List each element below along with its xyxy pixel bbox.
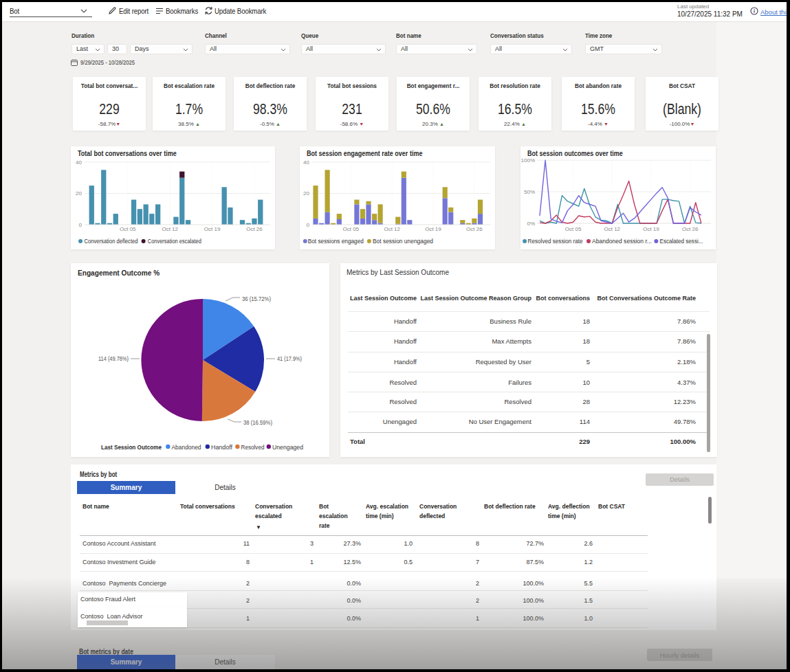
svg-text:0: 0 [307,222,310,228]
svg-text:Oct 19: Oct 19 [204,226,221,232]
svg-text:50%: 50% [524,189,535,195]
svg-text:Oct 05: Oct 05 [565,226,582,232]
svg-text:Abandoned session r...: Abandoned session r... [592,238,652,245]
svg-text:Abandoned: Abandoned [172,443,201,451]
svg-text:Oct 05: Oct 05 [343,226,360,232]
svg-text:Oct 12: Oct 12 [604,226,621,232]
svg-text:100%: 100% [521,157,535,164]
svg-text:Oct 05: Oct 05 [120,226,136,232]
svg-text:0%: 0% [527,221,535,227]
svg-text:Conversation escalated: Conversation escalated [148,238,201,245]
svg-text:40: 40 [303,159,309,166]
svg-text:Last Session Outcome: Last Session Outcome [101,443,162,451]
svg-text:Conversation deflected: Conversation deflected [85,238,138,245]
svg-text:40: 40 [76,159,82,166]
svg-text:Oct 26: Oct 26 [466,226,483,232]
svg-text:Resolved session rate: Resolved session rate [528,238,583,245]
svg-text:Handoff: Handoff [211,443,232,451]
svg-text:20: 20 [76,190,82,197]
svg-text:Resolved: Resolved [241,443,265,451]
svg-text:Oct 26: Oct 26 [682,226,699,232]
svg-text:Oct 26: Oct 26 [246,226,263,232]
svg-text:0: 0 [79,222,83,228]
svg-text:Unengaged: Unengaged [272,443,303,451]
svg-text:114 (49.78%): 114 (49.78%) [98,355,129,362]
svg-text:Oct 19: Oct 19 [643,226,659,232]
svg-text:Bot session unengaged: Bot session unengaged [373,238,433,245]
svg-text:20: 20 [303,190,309,197]
svg-text:Escalated sessi...: Escalated sessi... [660,238,703,245]
svg-text:Bot sessions engaged: Bot sessions engaged [308,238,364,245]
svg-text:Oct 12: Oct 12 [162,226,178,232]
svg-text:Oct 12: Oct 12 [384,226,400,232]
svg-text:Oct 19: Oct 19 [425,226,441,232]
